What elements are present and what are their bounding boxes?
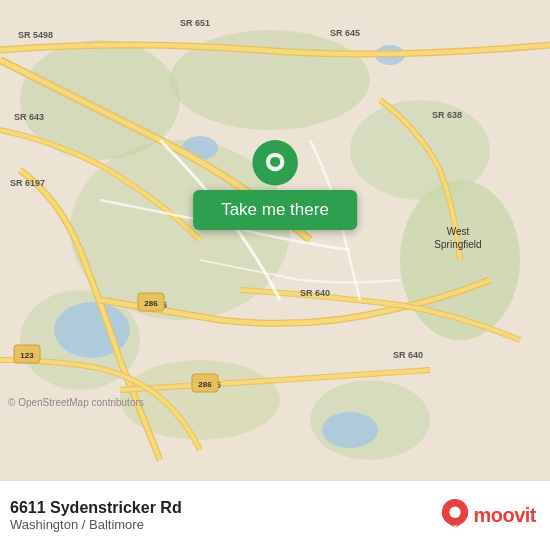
location-button-overlay: Take me there [193,140,357,230]
address-line: 6611 Sydenstricker Rd [10,499,182,517]
bottom-bar: 6611 Sydenstricker Rd Washington / Balti… [0,480,550,550]
svg-text:SR 640: SR 640 [300,288,330,298]
svg-text:SR 5498: SR 5498 [18,30,53,40]
moovit-pin-icon [441,499,469,533]
svg-text:SR 643: SR 643 [14,112,44,122]
moovit-logo: moovit [441,499,536,533]
svg-text:123: 123 [20,351,34,360]
svg-point-34 [270,157,280,167]
svg-point-36 [450,506,461,517]
svg-text:SR 645: SR 645 [330,28,360,38]
map-container: SR 5498 SR 651 SR 645 SR 643 SR 638 SR 6… [0,0,550,480]
map-background: SR 5498 SR 651 SR 645 SR 643 SR 638 SR 6… [0,0,550,480]
svg-text:SR 638: SR 638 [432,110,462,120]
take-me-there-button[interactable]: Take me there [193,190,357,230]
location-pin [248,140,302,194]
svg-text:West: West [447,226,470,237]
svg-text:SR 640: SR 640 [393,350,423,360]
address-block: 6611 Sydenstricker Rd Washington / Balti… [10,499,182,532]
svg-text:286: 286 [198,380,212,389]
city-line: Washington / Baltimore [10,517,182,532]
svg-text:SR 651: SR 651 [180,18,210,28]
svg-text:Springfield: Springfield [434,239,481,250]
svg-text:SR 6197: SR 6197 [10,178,45,188]
svg-point-12 [322,412,378,448]
svg-text:286: 286 [144,299,158,308]
moovit-text: moovit [473,504,536,527]
copyright-text: © OpenStreetMap contributors [8,397,144,408]
